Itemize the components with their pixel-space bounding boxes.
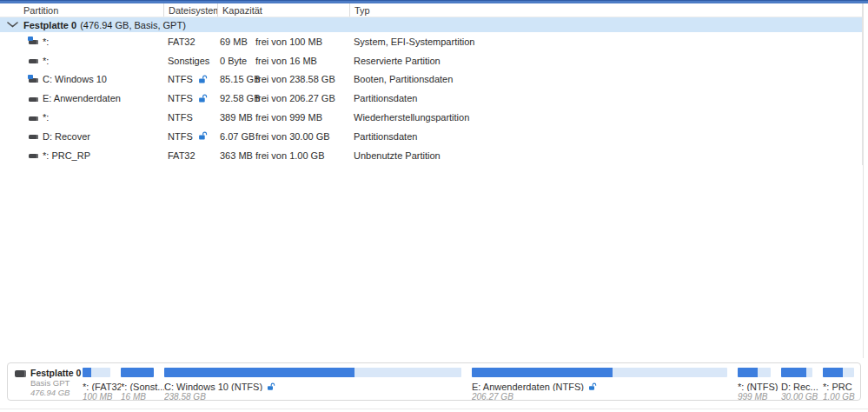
filesystem: NTFS [168,93,193,103]
partition-name: E: Anwenderdaten [43,93,121,103]
segment-size: 206.27 GB [472,393,738,400]
partition-name: *: [43,112,49,123]
disk-kind: Basis GPT [30,379,81,388]
disk-icon [15,370,26,377]
usage-bar [121,368,154,377]
capacity-free: frei von 238.58 GB [255,74,335,84]
partition-row[interactable]: *: NTFS 389 MBfrei von 999 MB Wiederhers… [0,108,862,127]
boot-flag-icon [28,37,33,41]
filesystem: FAT32 [168,150,195,161]
table-header: Partition Dateisystem Kapazität Typ [0,3,862,17]
partition-type: Reservierte Partition [349,51,862,70]
segment-label: E: Anwenderdaten (NTFS) [472,382,584,391]
usage-bar-fill [781,368,806,377]
disk-group-name: Festplatte 0 [23,20,76,30]
partition-type: Wiederherstellungspartition [349,108,862,127]
segment-size: 30.00 GB [781,393,823,400]
segment-label: D: Rec... [781,382,818,391]
usage-bar [164,368,461,377]
partition-type: Unbenutzte Partition [349,146,862,165]
open-lock-icon [198,94,208,103]
segment-label: C: Windows 10 (NTFS) [164,382,262,391]
drive-icon [29,76,39,83]
segment-label: *: (FAT32) [83,382,121,391]
usage-bar-fill [164,368,354,377]
partition-table: Partition Dateisystem Kapazität Typ Fest… [0,3,863,165]
disk-map-panel: Festplatte 0 Basis GPT 476.94 GB *: (FAT… [7,362,861,401]
partition-row[interactable]: C: Windows 10 NTFS 85.15 GBfrei von 238.… [0,70,862,90]
capacity-free: frei von 999 MB [255,112,322,123]
disk-map-segment[interactable]: C: Windows 10 (NTFS) 238.58 GB [164,368,472,400]
usage-bar [472,368,727,377]
partition-row[interactable]: *: Sonstiges 0 Bytefrei von 16 MB Reserv… [0,51,862,70]
partition-manager-window: Partition Dateisystem Kapazität Typ Fest… [0,0,868,412]
capacity-used: 0 Byte [220,56,255,66]
open-lock-icon [588,382,597,391]
boot-flag-icon [28,75,33,79]
filesystem: NTFS [168,112,193,123]
disk-map-segment[interactable]: *: PRC_R... 1.00 GB [823,368,858,400]
drive-icon [29,132,39,140]
segment-size: 999 MB [738,393,781,400]
column-header-partition[interactable]: Partition [0,3,163,17]
partition-row[interactable]: D: Recover NTFS 6.07 GBfrei von 30.00 GB… [0,127,862,146]
partition-row[interactable]: E: Anwenderdaten NTFS 92.58 GBfrei von 2… [0,89,862,108]
drive-icon [29,95,39,103]
partition-type: Booten, Partitionsdaten [349,70,862,90]
disk-size: 476.94 GB [30,389,81,397]
open-lock-icon [267,382,275,391]
capacity-used: 92.58 GB [220,93,255,103]
status-separator [0,409,868,409]
segment-size: 100 MB [83,393,121,400]
disk-map-segment[interactable]: *: (Sonst... 16 MB [121,368,164,400]
capacity-used: 85.15 GB [220,74,255,84]
usage-bar-fill [121,368,154,377]
disk-group-row[interactable]: Festplatte 0 (476.94 GB, Basis, GPT) [0,17,862,32]
open-lock-icon [198,75,208,84]
segment-size: 16 MB [121,393,164,400]
capacity-free: frei von 16 MB [255,56,317,66]
disk-name: Festplatte 0 [30,368,81,378]
capacity-free: frei von 1.00 GB [255,150,325,161]
scrollbar-gutter[interactable] [863,3,864,358]
usage-bar-fill [823,368,843,377]
segment-label: *: (NTFS) [738,382,778,391]
capacity-used: 6.07 GB [220,131,255,142]
disk-map-segment[interactable]: D: Rec... 30.00 GB [781,368,823,400]
capacity-used: 69 MB [220,37,255,47]
partition-name: C: Windows 10 [43,74,107,84]
partition-name: *: PRC_RP [43,150,90,161]
usage-bar [823,368,854,377]
column-header-kapazitaet[interactable]: Kapazität [217,3,349,17]
usage-bar-fill [83,368,91,377]
usage-bar [781,368,812,377]
column-header-dateisystem[interactable]: Dateisystem [163,3,217,17]
partition-row[interactable]: *: PRC_RP FAT32 363 MBfrei von 1.00 GB U… [0,146,862,165]
capacity-free: frei von 206.27 GB [255,93,335,103]
disk-map-segment[interactable]: *: (FAT32) 100 MB [83,368,121,400]
disk-map-segment[interactable]: *: (NTFS) 999 MB [738,368,781,400]
partition-name: *: [43,56,49,66]
drive-icon [29,114,39,122]
partition-type: Partitionsdaten [349,89,862,108]
drive-icon [29,56,39,64]
capacity-free: frei von 100 MB [255,37,322,47]
disk-map-segment[interactable]: E: Anwenderdaten (NTFS) 206.27 GB [472,368,738,400]
usage-bar [83,368,110,377]
partition-row[interactable]: *: FAT32 69 MBfrei von 100 MB System, EF… [0,32,862,51]
segment-size: 238.58 GB [164,393,472,400]
capacity-free: frei von 30.00 GB [255,131,330,142]
column-header-typ[interactable]: Typ [349,3,862,17]
partition-type: System, EFI-Systempartition [349,32,862,51]
disk-map-info[interactable]: Festplatte 0 Basis GPT 476.94 GB [15,368,83,400]
disk-map-segments: *: (FAT32) 100 MB *: (Sonst... 16 MB C: … [83,368,858,400]
chevron-down-icon[interactable] [7,22,18,28]
filesystem: FAT32 [168,37,195,47]
partition-type: Partitionsdaten [349,127,862,146]
usage-bar-fill [738,368,758,377]
segment-label: *: (Sonst... [121,382,164,391]
partition-name: D: Recover [43,131,90,142]
drive-icon [29,151,39,159]
filesystem: NTFS [168,131,193,142]
filesystem: NTFS [168,74,193,84]
